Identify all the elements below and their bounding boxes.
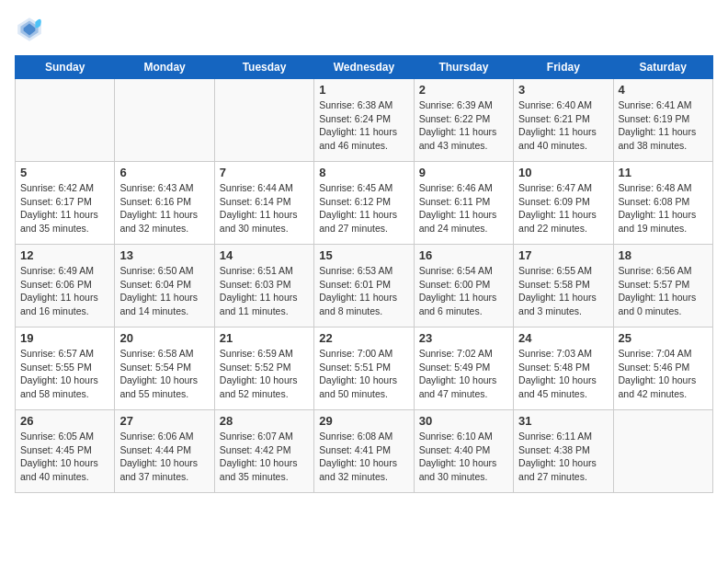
- day-info: Sunrise: 7:04 AM Sunset: 5:46 PM Dayligh…: [619, 347, 708, 401]
- calendar-cell: 9Sunrise: 6:46 AM Sunset: 6:11 PM Daylig…: [414, 162, 513, 245]
- day-info: Sunrise: 6:41 AM Sunset: 6:19 PM Dayligh…: [619, 98, 708, 153]
- calendar-cell: 4Sunrise: 6:41 AM Sunset: 6:19 PM Daylig…: [613, 79, 712, 162]
- calendar-cell: 2Sunrise: 6:39 AM Sunset: 6:22 PM Daylig…: [414, 79, 513, 162]
- calendar-cell: 10Sunrise: 6:47 AM Sunset: 6:09 PM Dayli…: [514, 162, 613, 245]
- day-info: Sunrise: 6:48 AM Sunset: 6:08 PM Dayligh…: [619, 181, 708, 236]
- day-number: 8: [319, 166, 408, 179]
- calendar-table: SundayMondayTuesdayWednesdayThursdayFrid…: [15, 55, 713, 493]
- day-number: 26: [20, 414, 109, 428]
- calendar-cell: 8Sunrise: 6:45 AM Sunset: 6:12 PM Daylig…: [314, 162, 414, 245]
- day-info: Sunrise: 6:46 AM Sunset: 6:11 PM Dayligh…: [419, 181, 508, 236]
- calendar-cell: 25Sunrise: 7:04 AM Sunset: 5:46 PM Dayli…: [613, 327, 712, 410]
- day-number: 25: [619, 331, 708, 345]
- header-day-wednesday: Wednesday: [314, 56, 414, 79]
- day-number: 6: [119, 166, 209, 179]
- day-number: 14: [220, 248, 309, 262]
- logo-icon: [15, 15, 44, 44]
- header-day-sunday: Sunday: [16, 56, 115, 79]
- calendar-week-row: 5Sunrise: 6:42 AM Sunset: 6:17 PM Daylig…: [16, 162, 713, 245]
- calendar-cell: 28Sunrise: 6:07 AM Sunset: 4:42 PM Dayli…: [214, 410, 313, 493]
- calendar-cell: 7Sunrise: 6:44 AM Sunset: 6:14 PM Daylig…: [214, 162, 313, 245]
- day-number: 13: [119, 248, 209, 262]
- calendar-week-row: 26Sunrise: 6:05 AM Sunset: 4:45 PM Dayli…: [16, 410, 713, 493]
- calendar-cell: 24Sunrise: 7:03 AM Sunset: 5:48 PM Dayli…: [514, 327, 613, 410]
- day-number: 16: [419, 248, 508, 262]
- day-info: Sunrise: 6:11 AM Sunset: 4:38 PM Dayligh…: [518, 430, 608, 484]
- calendar-cell: 31Sunrise: 6:11 AM Sunset: 4:38 PM Dayli…: [514, 410, 613, 493]
- day-number: 19: [20, 331, 109, 345]
- day-info: Sunrise: 6:07 AM Sunset: 4:42 PM Dayligh…: [220, 430, 309, 484]
- day-info: Sunrise: 6:57 AM Sunset: 5:55 PM Dayligh…: [20, 347, 109, 401]
- calendar-cell: 14Sunrise: 6:51 AM Sunset: 6:03 PM Dayli…: [214, 245, 313, 327]
- calendar-cell: 17Sunrise: 6:55 AM Sunset: 5:58 PM Dayli…: [514, 245, 613, 327]
- day-number: 22: [319, 331, 408, 345]
- header-day-monday: Monday: [115, 56, 214, 79]
- calendar-cell: 1Sunrise: 6:38 AM Sunset: 6:24 PM Daylig…: [314, 79, 414, 162]
- day-number: 20: [119, 331, 209, 345]
- day-info: Sunrise: 6:53 AM Sunset: 6:01 PM Dayligh…: [319, 264, 408, 318]
- day-info: Sunrise: 6:42 AM Sunset: 6:17 PM Dayligh…: [20, 181, 109, 236]
- day-info: Sunrise: 6:10 AM Sunset: 4:40 PM Dayligh…: [419, 430, 508, 484]
- calendar-cell: 21Sunrise: 6:59 AM Sunset: 5:52 PM Dayli…: [214, 327, 313, 410]
- calendar-cell: [214, 79, 313, 162]
- calendar-cell: 22Sunrise: 7:00 AM Sunset: 5:51 PM Dayli…: [314, 327, 414, 410]
- logo: [15, 15, 48, 44]
- day-info: Sunrise: 6:59 AM Sunset: 5:52 PM Dayligh…: [220, 347, 309, 401]
- day-info: Sunrise: 6:40 AM Sunset: 6:21 PM Dayligh…: [518, 98, 608, 153]
- day-number: 17: [518, 248, 608, 262]
- day-number: 21: [220, 331, 309, 345]
- calendar-body: 1Sunrise: 6:38 AM Sunset: 6:24 PM Daylig…: [16, 79, 713, 493]
- day-number: 4: [619, 83, 708, 97]
- day-info: Sunrise: 6:56 AM Sunset: 5:57 PM Dayligh…: [619, 264, 708, 318]
- day-number: 27: [119, 414, 209, 428]
- day-number: 9: [419, 166, 508, 179]
- calendar-cell: 12Sunrise: 6:49 AM Sunset: 6:06 PM Dayli…: [16, 245, 115, 327]
- calendar-cell: 6Sunrise: 6:43 AM Sunset: 6:16 PM Daylig…: [115, 162, 214, 245]
- calendar-cell: 18Sunrise: 6:56 AM Sunset: 5:57 PM Dayli…: [613, 245, 712, 327]
- day-info: Sunrise: 6:44 AM Sunset: 6:14 PM Dayligh…: [220, 181, 309, 236]
- day-number: 2: [419, 83, 508, 97]
- day-info: Sunrise: 7:00 AM Sunset: 5:51 PM Dayligh…: [319, 347, 408, 401]
- calendar-cell: 19Sunrise: 6:57 AM Sunset: 5:55 PM Dayli…: [16, 327, 115, 410]
- day-number: 30: [419, 414, 508, 428]
- calendar-cell: 15Sunrise: 6:53 AM Sunset: 6:01 PM Dayli…: [314, 245, 414, 327]
- day-number: 1: [319, 83, 408, 97]
- header-day-saturday: Saturday: [613, 56, 712, 79]
- day-info: Sunrise: 6:47 AM Sunset: 6:09 PM Dayligh…: [518, 181, 608, 236]
- day-info: Sunrise: 6:08 AM Sunset: 4:41 PM Dayligh…: [319, 430, 408, 484]
- day-info: Sunrise: 6:45 AM Sunset: 6:12 PM Dayligh…: [319, 181, 408, 236]
- day-info: Sunrise: 6:38 AM Sunset: 6:24 PM Dayligh…: [319, 98, 408, 153]
- day-number: 3: [518, 83, 608, 97]
- day-info: Sunrise: 6:05 AM Sunset: 4:45 PM Dayligh…: [20, 430, 109, 484]
- calendar-cell: 3Sunrise: 6:40 AM Sunset: 6:21 PM Daylig…: [514, 79, 613, 162]
- calendar-week-row: 1Sunrise: 6:38 AM Sunset: 6:24 PM Daylig…: [16, 79, 713, 162]
- day-number: 28: [220, 414, 309, 428]
- day-info: Sunrise: 6:54 AM Sunset: 6:00 PM Dayligh…: [419, 264, 508, 318]
- header-day-friday: Friday: [514, 56, 613, 79]
- header-day-tuesday: Tuesday: [214, 56, 313, 79]
- day-number: 5: [20, 166, 109, 179]
- calendar-cell: 13Sunrise: 6:50 AM Sunset: 6:04 PM Dayli…: [115, 245, 214, 327]
- calendar-cell: [115, 79, 214, 162]
- calendar-cell: 20Sunrise: 6:58 AM Sunset: 5:54 PM Dayli…: [115, 327, 214, 410]
- day-info: Sunrise: 6:06 AM Sunset: 4:44 PM Dayligh…: [119, 430, 209, 484]
- day-number: 15: [319, 248, 408, 262]
- calendar-cell: 11Sunrise: 6:48 AM Sunset: 6:08 PM Dayli…: [613, 162, 712, 245]
- day-info: Sunrise: 7:02 AM Sunset: 5:49 PM Dayligh…: [419, 347, 508, 401]
- day-info: Sunrise: 6:43 AM Sunset: 6:16 PM Dayligh…: [119, 181, 209, 236]
- day-number: 7: [220, 166, 309, 179]
- calendar-cell: 29Sunrise: 6:08 AM Sunset: 4:41 PM Dayli…: [314, 410, 414, 493]
- page-header: [15, 15, 713, 44]
- day-number: 10: [518, 166, 608, 179]
- calendar-cell: [613, 410, 712, 493]
- calendar-week-row: 19Sunrise: 6:57 AM Sunset: 5:55 PM Dayli…: [16, 327, 713, 410]
- day-info: Sunrise: 6:50 AM Sunset: 6:04 PM Dayligh…: [119, 264, 209, 318]
- day-number: 11: [619, 166, 708, 179]
- day-info: Sunrise: 6:55 AM Sunset: 5:58 PM Dayligh…: [518, 264, 608, 318]
- day-info: Sunrise: 6:49 AM Sunset: 6:06 PM Dayligh…: [20, 264, 109, 318]
- day-number: 29: [319, 414, 408, 428]
- day-number: 12: [20, 248, 109, 262]
- day-info: Sunrise: 6:58 AM Sunset: 5:54 PM Dayligh…: [119, 347, 209, 401]
- day-info: Sunrise: 6:51 AM Sunset: 6:03 PM Dayligh…: [220, 264, 309, 318]
- calendar-cell: 26Sunrise: 6:05 AM Sunset: 4:45 PM Dayli…: [16, 410, 115, 493]
